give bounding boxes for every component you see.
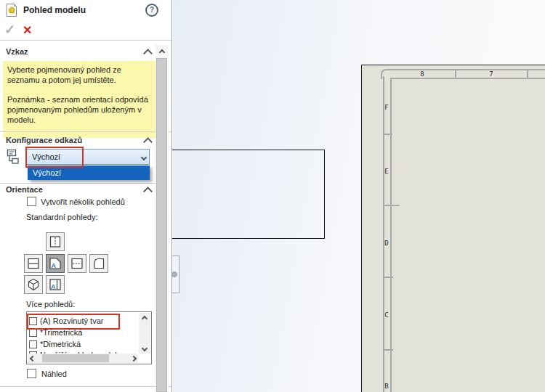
zone-tick-center <box>383 205 400 206</box>
rounded-corner-view-icon <box>92 256 106 271</box>
scroll-up-icon[interactable] <box>157 47 166 57</box>
message-box: Vyberte pojmenovaný pohled ze seznamu a … <box>3 61 156 138</box>
zone-row-label: D <box>382 240 391 247</box>
scroll-up-icon[interactable] <box>140 314 149 323</box>
view-button-right-annotation-a[interactable]: A <box>46 275 65 294</box>
isometric-view-icon <box>26 277 41 292</box>
more-views-listbox: (A) Rozvinutý tvar *Trimetrická *Dimetri… <box>26 311 152 364</box>
list-item[interactable]: *Dimetrická <box>29 338 81 350</box>
zone-row-label: E <box>382 168 391 175</box>
property-manager-panel: Pohled modelu ? ✓ ✕ Vzkaz Vyberte pojmen… <box>0 0 172 392</box>
sheet-frame-inner-top <box>390 78 545 79</box>
zone-tick <box>455 69 456 78</box>
message-note: Poznámka - seznam orientací odpovídá poj… <box>7 94 151 125</box>
divider <box>0 386 172 387</box>
top-view-icon <box>48 234 62 249</box>
divider <box>0 40 172 41</box>
sheet-frame-inner-left <box>390 78 392 392</box>
collapse-chevron-icon[interactable] <box>143 137 153 147</box>
zone-tick <box>527 69 528 78</box>
collapse-chevron-icon[interactable] <box>143 49 153 58</box>
list-item[interactable]: *Trimetrická <box>29 327 82 338</box>
preview-label: Náhled <box>41 369 67 378</box>
list-item-label: *Dimetrická <box>40 340 81 348</box>
list-item-label: (A) Rozvinutý tvar <box>40 317 103 325</box>
message-text: Vyberte pojmenovaný pohled ze seznamu a … <box>7 65 151 85</box>
zone-column-label: 8 <box>418 70 427 78</box>
ok-check-icon[interactable]: ✓ <box>4 22 15 38</box>
panel-title: Pohled modelu <box>23 5 86 15</box>
section-header-message: Vzkaz <box>6 47 28 56</box>
preview-checkbox[interactable] <box>27 369 36 378</box>
list-item-label: *Trimetrická <box>40 328 82 337</box>
view-button-dashed[interactable] <box>68 254 86 273</box>
view-button-isometric[interactable] <box>24 275 43 294</box>
configuration-dropdown[interactable]: Výchozí <box>26 149 150 165</box>
annotation-view-a-icon: A <box>48 256 62 271</box>
split-view-icon <box>26 256 41 271</box>
linked-configuration-icon <box>6 148 22 166</box>
view-button-annotation-a[interactable]: A <box>46 254 65 273</box>
standard-views-label: Standardní pohledy: <box>26 213 97 221</box>
zone-column-label: 7 <box>487 70 496 78</box>
multiple-views-label: Vytvořit několik pohledů <box>41 197 125 206</box>
list-item-checkbox[interactable] <box>29 340 37 348</box>
divider <box>0 131 172 132</box>
divider <box>0 183 156 184</box>
model-view-icon <box>4 3 19 17</box>
section-header-configuration: Konfigurace odkazů <box>6 136 82 144</box>
scroll-down-icon[interactable] <box>140 343 149 353</box>
multiple-views-checkbox[interactable] <box>27 197 36 206</box>
zone-row-label: C <box>382 311 391 319</box>
zone-row-label: B <box>382 383 391 390</box>
list-item-checkbox[interactable] <box>29 317 37 325</box>
cancel-x-icon[interactable]: ✕ <box>23 23 32 37</box>
panel-scrollbar-thumb[interactable] <box>156 58 167 392</box>
splitter-dot-icon <box>171 271 177 277</box>
list-item[interactable]: (A) Rozvinutý tvar <box>29 315 103 327</box>
listbox-vertical-scrollbar[interactable] <box>139 313 150 354</box>
scroll-left-icon[interactable] <box>28 354 37 363</box>
right-annotation-view-a-icon: A <box>48 277 62 292</box>
sheet-frame-outer-top <box>388 69 545 70</box>
configuration-selected-value: Výchozí <box>32 152 60 161</box>
zone-row-label: F <box>382 104 391 111</box>
view-button-top[interactable] <box>46 232 65 251</box>
chevron-down-icon[interactable] <box>141 155 147 160</box>
scroll-right-icon[interactable] <box>129 354 138 363</box>
section-header-orientation: Orientace <box>6 185 43 194</box>
more-views-label: Více pohledů: <box>26 300 75 309</box>
dashed-view-icon <box>70 256 84 271</box>
zone-tick <box>383 349 393 351</box>
zone-tick <box>383 277 393 278</box>
list-item-checkbox[interactable] <box>29 329 37 337</box>
panel-scrollbar[interactable] <box>156 45 169 392</box>
zone-tick <box>383 134 392 135</box>
scrollbar-thumb[interactable] <box>42 354 109 362</box>
view-button-rounded-corner[interactable] <box>89 254 108 273</box>
view-button-front-split[interactable] <box>24 254 43 273</box>
help-icon[interactable]: ? <box>145 4 158 17</box>
listbox-horizontal-scrollbar[interactable] <box>28 354 138 363</box>
view-placement-preview-rectangle <box>172 150 325 239</box>
drawing-sheet: 8 7 6 5 4 F E D C B <box>361 65 545 392</box>
collapse-chevron-icon[interactable] <box>143 187 153 196</box>
svg-text:A: A <box>52 262 57 269</box>
sheet-frame-outer-left <box>383 76 384 392</box>
svg-text:A: A <box>51 283 56 290</box>
panel-edge-divider <box>171 0 172 392</box>
configuration-dropdown-open-item[interactable]: Výchozí <box>28 166 150 180</box>
